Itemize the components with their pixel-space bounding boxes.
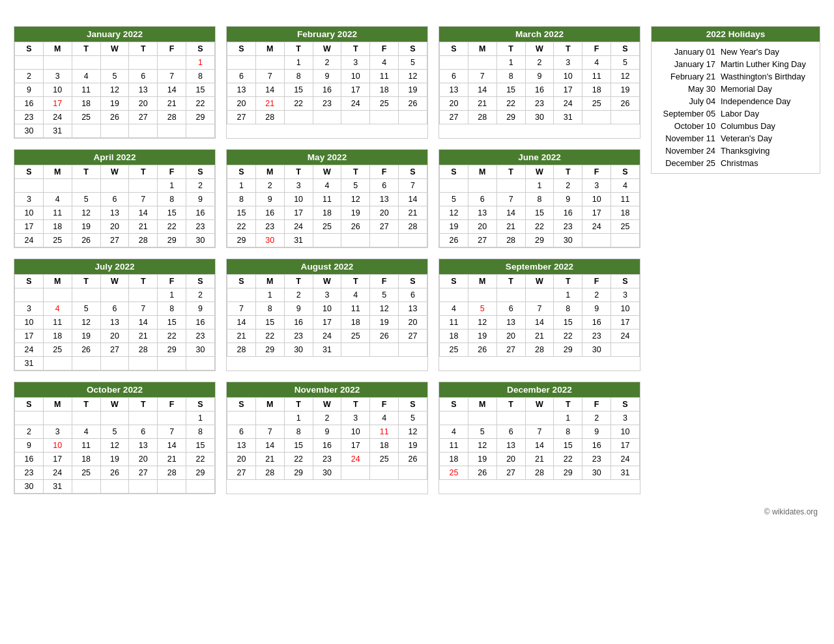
calendar-day xyxy=(100,480,129,494)
calendar-day: 22 xyxy=(158,329,186,343)
calendar-day: 31 xyxy=(554,111,582,124)
holiday-date: February 21 xyxy=(657,72,715,81)
calendar-day xyxy=(100,56,129,70)
calendar-day: 26 xyxy=(100,111,129,124)
calendar-day: 1 xyxy=(525,179,554,193)
calendar-day: 22 xyxy=(158,220,186,234)
calendar-day: 17 xyxy=(284,206,313,220)
weekday-header: T xyxy=(341,165,370,179)
holiday-name: Labor Day xyxy=(721,109,759,119)
calendar-day: 8 xyxy=(554,425,582,439)
calendar-day: 1 xyxy=(158,179,186,193)
calendar-day: 26 xyxy=(611,97,640,111)
calendar-day: 22 xyxy=(186,453,215,466)
holiday-name: Memorial Day xyxy=(721,84,772,94)
weekday-header: T xyxy=(341,42,370,56)
month-header: October 2022 xyxy=(14,382,215,397)
calendar-day xyxy=(284,111,313,124)
calendar-day: 7 xyxy=(496,193,525,206)
calendar-day xyxy=(129,56,158,70)
calendar-day: 13 xyxy=(468,206,496,220)
calendar-day: 29 xyxy=(186,111,215,124)
calendar-day: 2 xyxy=(582,288,611,302)
weekday-header: S xyxy=(15,165,44,179)
calendar-day: 29 xyxy=(158,343,186,357)
calendar-day: 14 xyxy=(129,206,158,220)
calendar-day: 8 xyxy=(158,193,186,206)
calendar-day: 1 xyxy=(186,412,215,425)
holiday-name: Veteran's Day xyxy=(721,133,772,143)
calendar-day: 25 xyxy=(611,220,640,234)
calendar-day: 27 xyxy=(129,466,158,480)
calendar-day: 23 xyxy=(525,97,554,111)
calendar-day: 21 xyxy=(129,220,158,234)
calendar-day: 8 xyxy=(284,425,313,439)
calendar-day xyxy=(582,111,611,124)
calendar-day xyxy=(43,412,72,425)
calendar-day: 6 xyxy=(399,288,427,302)
calendar-day: 25 xyxy=(370,453,399,466)
calendar-day: 7 xyxy=(525,302,554,316)
calendar-day xyxy=(186,124,215,138)
weekday-header: F xyxy=(582,275,611,288)
calendar-day: 18 xyxy=(440,329,468,343)
calendar-day: 25 xyxy=(72,111,100,124)
calendar-day xyxy=(15,288,44,302)
calendar-day: 2 xyxy=(582,412,611,425)
calendar-day: 25 xyxy=(582,97,611,111)
calendar-day: 20 xyxy=(440,97,468,111)
calendar-day xyxy=(72,357,100,371)
calendar-day: 9 xyxy=(15,439,44,453)
calendar-day: 18 xyxy=(313,206,341,220)
holiday-item: May 30Memorial Day xyxy=(657,83,814,95)
calendar-day: 16 xyxy=(15,453,44,466)
calendar-day: 2 xyxy=(313,412,341,425)
calendar-day: 25 xyxy=(43,343,72,357)
calendar-day: 20 xyxy=(100,329,129,343)
calendar-day: 5 xyxy=(399,56,427,70)
calendar-day: 11 xyxy=(440,439,468,453)
calendar-day: 29 xyxy=(554,466,582,480)
calendar-day: 3 xyxy=(43,70,72,83)
calendar-day: 16 xyxy=(284,316,313,329)
calendar-day: 7 xyxy=(129,193,158,206)
calendar-day: 24 xyxy=(611,453,640,466)
calendar-day: 1 xyxy=(284,412,313,425)
calendar-day: 22 xyxy=(554,453,582,466)
calendar-day: 9 xyxy=(313,425,341,439)
calendar-day: 25 xyxy=(43,234,72,247)
calendar-day: 8 xyxy=(496,70,525,83)
calendar-day: 15 xyxy=(186,83,215,97)
calendar-day xyxy=(100,124,129,138)
calendar-day: 19 xyxy=(100,453,129,466)
weekday-header: S xyxy=(399,398,427,412)
calendar-day: 18 xyxy=(582,83,611,97)
calendar-day: 19 xyxy=(341,206,370,220)
month-block-may-2022: May 2022SMTWTFS1234567891011121314151617… xyxy=(226,149,428,248)
calendar-day: 21 xyxy=(468,97,496,111)
calendar-day: 4 xyxy=(611,179,640,193)
calendar-day xyxy=(100,288,129,302)
calendar-day: 4 xyxy=(43,302,72,316)
calendar-day xyxy=(100,412,129,425)
calendar-day: 28 xyxy=(255,466,284,480)
calendar-day: 20 xyxy=(496,453,525,466)
weekday-header: T xyxy=(496,165,525,179)
calendar-day: 23 xyxy=(554,220,582,234)
calendar-day: 13 xyxy=(440,83,468,97)
calendar-day: 8 xyxy=(284,70,313,83)
weekday-header: F xyxy=(370,165,399,179)
weekday-header: T xyxy=(284,275,313,288)
calendar-day: 1 xyxy=(227,179,256,193)
calendar-day: 23 xyxy=(313,97,341,111)
calendar-day: 24 xyxy=(313,329,341,343)
calendar-day: 2 xyxy=(525,56,554,70)
calendar-day: 4 xyxy=(313,179,341,193)
calendar-day: 3 xyxy=(43,425,72,439)
calendar-day: 8 xyxy=(158,302,186,316)
calendar-day xyxy=(15,56,44,70)
calendar-day: 6 xyxy=(100,302,129,316)
month-block-november-2022: November 2022SMTWTFS12345678910111213141… xyxy=(226,382,428,494)
calendar-day: 12 xyxy=(468,439,496,453)
calendar-day: 20 xyxy=(399,316,427,329)
